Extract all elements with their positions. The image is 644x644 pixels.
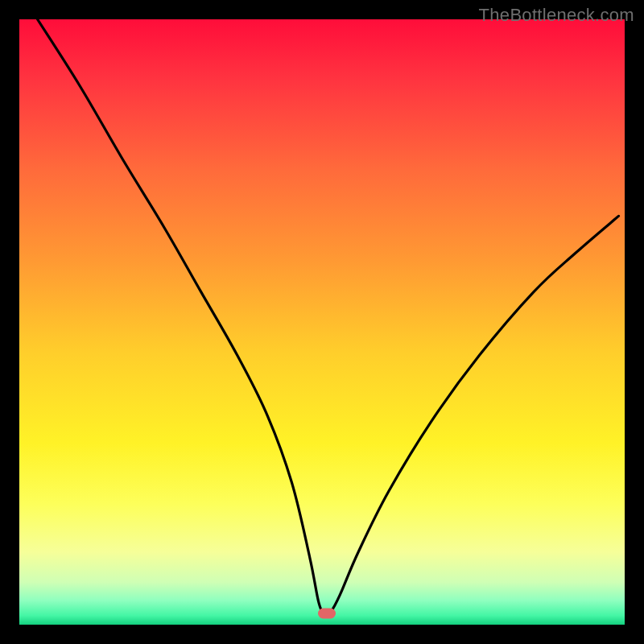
plot-svg — [19, 19, 625, 625]
plot-area — [19, 19, 625, 625]
heat-gradient-bg — [19, 19, 625, 625]
chart-root: TheBottleneck.com — [0, 0, 644, 644]
optimal-marker — [318, 608, 336, 618]
watermark-text: TheBottleneck.com — [479, 5, 634, 26]
